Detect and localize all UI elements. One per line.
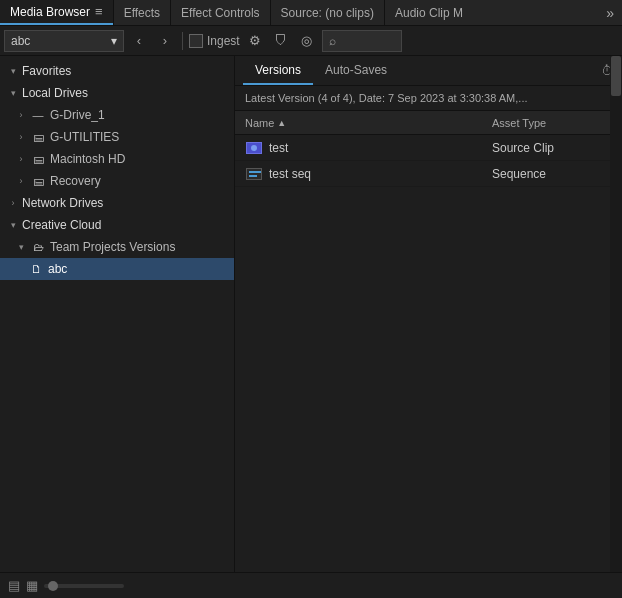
left-panel: ▾ Favorites ▾ Local Drives › — G-Drive_1… bbox=[0, 56, 235, 572]
zoom-slider[interactable] bbox=[44, 584, 124, 588]
chevron-down-icon: ▾ bbox=[8, 88, 18, 98]
search-box[interactable]: ⌕ bbox=[322, 30, 402, 52]
panel-tabs: Versions Auto-Saves ⏱ bbox=[235, 56, 622, 86]
sidebar-item-gdrive1[interactable]: › — G-Drive_1 bbox=[0, 104, 234, 126]
folder-icon: 🖴 bbox=[30, 173, 46, 189]
gutilities-label: G-UTILITIES bbox=[50, 130, 119, 144]
versions-tab-label: Versions bbox=[255, 63, 301, 77]
tab-media-browser[interactable]: Media Browser ≡ bbox=[0, 0, 113, 25]
gdrive1-label: G-Drive_1 bbox=[50, 108, 105, 122]
tab-auto-saves[interactable]: Auto-Saves bbox=[313, 56, 399, 85]
abc-label: abc bbox=[48, 262, 67, 276]
hdd-icon: 🖴 bbox=[30, 151, 46, 167]
forward-button[interactable]: › bbox=[154, 30, 176, 52]
asset-type-header-label: Asset Type bbox=[492, 117, 546, 129]
favorites-label: Favorites bbox=[22, 64, 71, 78]
effect-controls-label: Effect Controls bbox=[181, 6, 259, 20]
more-tabs-button[interactable]: » bbox=[598, 5, 622, 21]
team-projects-label: Team Projects Versions bbox=[50, 240, 175, 254]
media-browser-label: Media Browser bbox=[10, 5, 90, 19]
name-header-label: Name bbox=[245, 117, 274, 129]
settings-icon[interactable]: ⚙ bbox=[244, 30, 266, 52]
sidebar-item-favorites[interactable]: ▾ Favorites bbox=[0, 60, 234, 82]
right-panel: Versions Auto-Saves ⏱ Latest Version (4 … bbox=[235, 56, 622, 572]
main-layout: ▾ Favorites ▾ Local Drives › — G-Drive_1… bbox=[0, 56, 622, 572]
chevron-right-icon: › bbox=[16, 132, 26, 142]
project-icon: 🗋 bbox=[28, 261, 44, 277]
chevron-down-icon: ▾ bbox=[16, 242, 26, 252]
tab-audio-clip[interactable]: Audio Clip M bbox=[385, 0, 473, 25]
row-name: test seq bbox=[269, 167, 492, 181]
sidebar-item-team-projects[interactable]: ▾ 🗁 Team Projects Versions bbox=[0, 236, 234, 258]
macintosh-hd-label: Macintosh HD bbox=[50, 152, 125, 166]
zoom-slider-thumb[interactable] bbox=[48, 581, 58, 591]
sort-indicator: ▲ bbox=[277, 118, 286, 128]
sidebar-item-network-drives[interactable]: › Network Drives bbox=[0, 192, 234, 214]
chevron-down-icon: ▾ bbox=[8, 66, 18, 76]
folder-icon: 🖴 bbox=[30, 129, 46, 145]
sidebar-item-macintosh-hd[interactable]: › 🖴 Macintosh HD bbox=[0, 148, 234, 170]
creative-cloud-label: Creative Cloud bbox=[22, 218, 101, 232]
path-value: abc bbox=[11, 34, 30, 48]
effects-label: Effects bbox=[124, 6, 160, 20]
grid-view-icon[interactable]: ▦ bbox=[26, 578, 38, 593]
tab-versions[interactable]: Versions bbox=[243, 56, 313, 85]
dropdown-arrow-icon: ▾ bbox=[111, 34, 117, 48]
back-button[interactable]: ‹ bbox=[128, 30, 150, 52]
source-label: Source: (no clips) bbox=[281, 6, 374, 20]
tab-source[interactable]: Source: (no clips) bbox=[271, 0, 384, 25]
right-scrollbar[interactable] bbox=[610, 56, 622, 572]
table-body: test Source Clip test seq Sequence bbox=[235, 135, 622, 572]
col-name-header[interactable]: Name ▲ bbox=[245, 117, 492, 129]
ingest-label: Ingest bbox=[207, 34, 240, 48]
sequence-icon bbox=[245, 165, 263, 183]
eye-icon[interactable]: ◎ bbox=[296, 30, 318, 52]
list-view-icon[interactable]: ▤ bbox=[8, 578, 20, 593]
sidebar-item-gutilities[interactable]: › 🖴 G-UTILITIES bbox=[0, 126, 234, 148]
version-info: Latest Version (4 of 4), Date: 7 Sep 202… bbox=[235, 86, 622, 111]
toolbar-divider-1 bbox=[182, 32, 183, 50]
tab-effects[interactable]: Effects bbox=[114, 0, 170, 25]
sidebar-item-abc[interactable]: 🗋 abc bbox=[0, 258, 234, 280]
cloud-folder-icon: 🗁 bbox=[30, 239, 46, 255]
row-name: test bbox=[269, 141, 492, 155]
status-bar: ▤ ▦ bbox=[0, 572, 622, 598]
toolbar: abc ▾ ‹ › Ingest ⚙ ⛉ ◎ ⌕ bbox=[0, 26, 622, 56]
hamburger-icon: ≡ bbox=[95, 4, 103, 19]
scrollbar-thumb[interactable] bbox=[611, 56, 621, 96]
network-drives-label: Network Drives bbox=[22, 196, 103, 210]
hdd-icon: — bbox=[30, 107, 46, 123]
row-asset-type: Sequence bbox=[492, 167, 612, 181]
path-dropdown[interactable]: abc ▾ bbox=[4, 30, 124, 52]
col-asset-header: Asset Type bbox=[492, 117, 612, 129]
recovery-label: Recovery bbox=[50, 174, 101, 188]
chevron-down-icon: ▾ bbox=[8, 220, 18, 230]
clip-icon bbox=[245, 139, 263, 157]
local-drives-label: Local Drives bbox=[22, 86, 88, 100]
audio-clip-label: Audio Clip M bbox=[395, 6, 463, 20]
tab-effect-controls[interactable]: Effect Controls bbox=[171, 0, 269, 25]
chevron-right-icon: › bbox=[16, 176, 26, 186]
auto-saves-tab-label: Auto-Saves bbox=[325, 63, 387, 77]
table-row[interactable]: test Source Clip bbox=[235, 135, 622, 161]
ingest-area[interactable]: Ingest bbox=[189, 34, 240, 48]
row-asset-type: Source Clip bbox=[492, 141, 612, 155]
sidebar-item-creative-cloud[interactable]: ▾ Creative Cloud bbox=[0, 214, 234, 236]
table-header: Name ▲ Asset Type bbox=[235, 111, 622, 135]
search-icon: ⌕ bbox=[329, 34, 336, 48]
sidebar-item-recovery[interactable]: › 🖴 Recovery bbox=[0, 170, 234, 192]
ingest-checkbox[interactable] bbox=[189, 34, 203, 48]
version-info-text: Latest Version (4 of 4), Date: 7 Sep 202… bbox=[245, 92, 528, 104]
tab-bar: Media Browser ≡ Effects Effect Controls … bbox=[0, 0, 622, 26]
sidebar-item-local-drives[interactable]: ▾ Local Drives bbox=[0, 82, 234, 104]
chevron-right-icon: › bbox=[8, 198, 18, 208]
chevron-right-icon: › bbox=[16, 110, 26, 120]
filter-icon[interactable]: ⛉ bbox=[270, 30, 292, 52]
chevron-right-icon: › bbox=[16, 154, 26, 164]
table-row[interactable]: test seq Sequence bbox=[235, 161, 622, 187]
